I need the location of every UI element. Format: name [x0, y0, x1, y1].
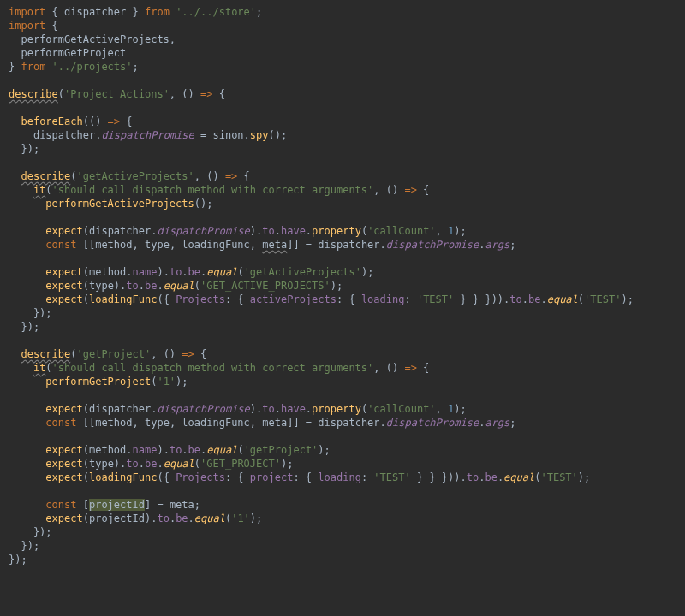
num-one: 1: [448, 403, 454, 415]
ident-loadingfunc: loadingFunc: [89, 293, 157, 305]
arrow: =>: [108, 116, 120, 127]
str-get-active-projects: 'GET_ACTIVE_PROJECTS': [200, 280, 331, 292]
str-callcount: 'callCount': [367, 225, 435, 237]
arrow: =>: [200, 88, 212, 100]
fn-describe: describe: [21, 170, 70, 182]
arrow: =>: [404, 184, 416, 196]
fn-expect: expect: [45, 444, 82, 456]
str-one: '1': [231, 512, 250, 524]
str-shouldcall: 'should call dispatch method with correc…: [52, 362, 374, 374]
prop-dispatchpromise: dispatchPromise: [101, 129, 194, 141]
fn-spy: spy: [250, 129, 269, 141]
kw-const: const: [45, 499, 76, 511]
ident-meta: meta: [262, 417, 287, 429]
str-projects-path: '../projects': [52, 61, 133, 73]
str-one: '1': [157, 376, 176, 388]
fn-equal: equal: [206, 266, 237, 278]
ident-pgp: performGetProject: [21, 47, 126, 59]
ident-dispatcher: dispatcher: [89, 225, 151, 237]
ident-sinon: sinon: [212, 129, 243, 141]
ident-loadingfunc: loadingFunc: [182, 417, 249, 429]
fn-equal: equal: [164, 458, 194, 470]
ident-type: type: [89, 280, 114, 292]
str-getproject: 'getProject': [244, 444, 319, 456]
fn-property: property: [312, 225, 361, 237]
ident-method: method: [89, 444, 126, 456]
fn-describe: describe: [9, 88, 58, 100]
str-test: 'TEST': [540, 471, 577, 483]
ident-meta: meta: [170, 499, 194, 511]
code-editor[interactable]: import { dispatcher } from '../../store'…: [0, 0, 685, 572]
prop-be: be: [176, 512, 188, 524]
fn-equal: equal: [194, 512, 225, 524]
prop-loading: loading: [361, 293, 405, 305]
kw-from: from: [21, 61, 45, 73]
fn-equal: equal: [547, 293, 578, 305]
fn-expect: expect: [45, 266, 82, 278]
prop-to: to: [170, 266, 182, 278]
prop-to: to: [170, 444, 182, 456]
fn-it: it: [33, 362, 45, 374]
fn-describe: describe: [21, 348, 70, 360]
num-one: 1: [448, 225, 454, 237]
ident-type: type: [145, 417, 170, 429]
kw-from: from: [145, 6, 170, 18]
fn-property: property: [312, 403, 361, 415]
str-test: 'TEST': [417, 293, 454, 305]
ident-method: method: [95, 239, 132, 251]
prop-be: be: [188, 266, 200, 278]
prop-dispatchpromise: dispatchPromise: [157, 403, 249, 415]
kw-import: import: [9, 6, 45, 18]
ident-meta-unused: meta: [262, 239, 287, 251]
prop-dispatchpromise: dispatchPromise: [386, 417, 479, 429]
fn-pgp: performGetProject: [45, 376, 151, 388]
ident-loadingfunc: loadingFunc: [89, 471, 157, 483]
kw-const: const: [45, 417, 76, 429]
prop-to: to: [157, 512, 169, 524]
str-project-actions: 'Project Actions': [64, 88, 170, 100]
str-gap: 'getActiveProjects': [76, 170, 194, 182]
prop-be: be: [485, 471, 497, 483]
prop-to: to: [262, 403, 274, 415]
ident-dispatcher: dispatcher: [89, 403, 151, 415]
fn-equal: equal: [164, 280, 194, 292]
prop-dispatchpromise: dispatchPromise: [157, 225, 249, 237]
ident-dispatcher: dispatcher: [318, 239, 379, 251]
fn-beforeeach: beforeEach: [21, 116, 82, 127]
ident-dispatcher: dispatcher: [64, 6, 126, 18]
prop-be: be: [145, 458, 157, 470]
prop-have: have: [281, 403, 306, 415]
prop-activeprojects: activeProjects: [250, 293, 337, 305]
fn-expect: expect: [45, 471, 82, 483]
str-get-project: 'GET_PROJECT': [200, 458, 281, 470]
prop-args: args: [485, 417, 509, 429]
prop-name: name: [133, 444, 158, 456]
prop-project: project: [250, 471, 294, 483]
fn-expect: expect: [45, 403, 82, 415]
fn-it: it: [33, 184, 45, 196]
fn-equal: equal: [206, 444, 237, 456]
str-store-path: '../../store': [176, 6, 256, 18]
prop-to: to: [126, 280, 138, 292]
fn-expect: expect: [45, 225, 82, 237]
ident-projectid-selected: projectId: [89, 499, 145, 511]
prop-projects: Projects: [176, 293, 225, 305]
ident-dispatcher: dispatcher: [318, 417, 379, 429]
str-test: 'TEST': [373, 471, 410, 483]
prop-be: be: [188, 444, 200, 456]
kw-const: const: [45, 239, 76, 251]
prop-loading: loading: [318, 471, 361, 483]
prop-args: args: [485, 239, 509, 251]
str-test: 'TEST': [584, 293, 621, 305]
ident-type: type: [89, 458, 114, 470]
ident-method: method: [89, 266, 126, 278]
prop-projects: Projects: [176, 471, 225, 483]
prop-to: to: [509, 293, 521, 305]
fn-pgap: performGetActiveProjects: [45, 198, 194, 210]
prop-to: to: [467, 471, 479, 483]
ident-method: method: [95, 417, 132, 429]
prop-name: name: [133, 266, 158, 278]
fn-expect: expect: [45, 512, 82, 524]
fn-expect: expect: [45, 458, 82, 470]
str-getproject: 'getProject': [76, 348, 151, 360]
